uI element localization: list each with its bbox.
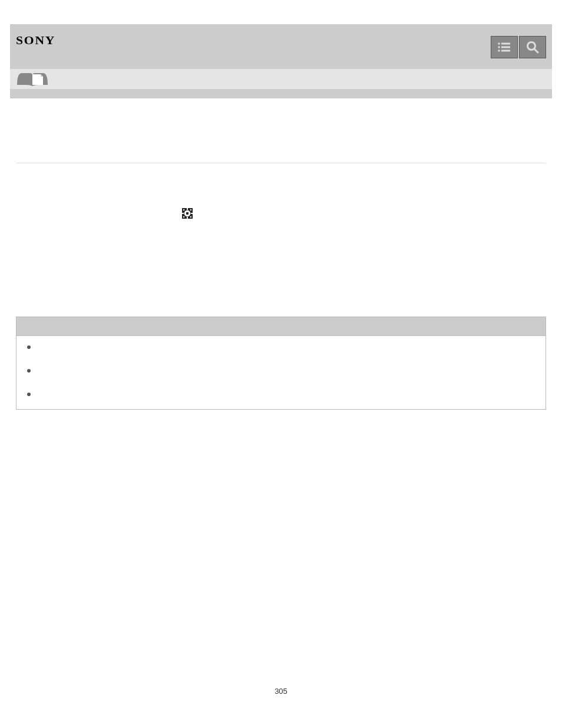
svg-point-20 bbox=[186, 212, 189, 215]
note-item bbox=[27, 342, 535, 349]
svg-rect-5 bbox=[501, 50, 510, 52]
note-item bbox=[27, 389, 535, 396]
breadcrumb bbox=[16, 104, 546, 163]
svg-rect-11 bbox=[187, 208, 188, 210]
note-heading bbox=[16, 317, 546, 336]
svg-point-4 bbox=[498, 50, 500, 52]
svg-rect-12 bbox=[187, 217, 188, 219]
header-top-bar: SONY bbox=[10, 24, 552, 69]
svg-rect-13 bbox=[182, 213, 184, 214]
sony-logo: SONY bbox=[16, 35, 55, 47]
page-title-area bbox=[16, 169, 546, 205]
svg-line-7 bbox=[534, 49, 538, 52]
search-icon bbox=[526, 41, 539, 54]
help-guide-icon bbox=[16, 70, 49, 88]
note-body bbox=[16, 336, 546, 409]
note-item bbox=[27, 365, 535, 373]
svg-rect-1 bbox=[501, 43, 510, 45]
page-content bbox=[10, 98, 552, 410]
page-number: 305 bbox=[10, 410, 552, 719]
header-button-group bbox=[491, 36, 546, 58]
svg-rect-3 bbox=[501, 47, 510, 48]
page-header: SONY bbox=[10, 24, 552, 98]
note-box bbox=[16, 317, 546, 410]
settings-icon bbox=[182, 208, 193, 219]
step-1 bbox=[16, 205, 546, 223]
body-text-area bbox=[16, 223, 546, 312]
header-mid-bar bbox=[10, 69, 552, 89]
list-icon bbox=[497, 42, 511, 52]
svg-rect-14 bbox=[191, 213, 193, 214]
search-button[interactable] bbox=[519, 36, 546, 58]
svg-point-0 bbox=[498, 42, 500, 45]
header-bottom-bar bbox=[10, 89, 552, 98]
svg-point-2 bbox=[498, 46, 500, 48]
menu-button[interactable] bbox=[491, 36, 518, 58]
